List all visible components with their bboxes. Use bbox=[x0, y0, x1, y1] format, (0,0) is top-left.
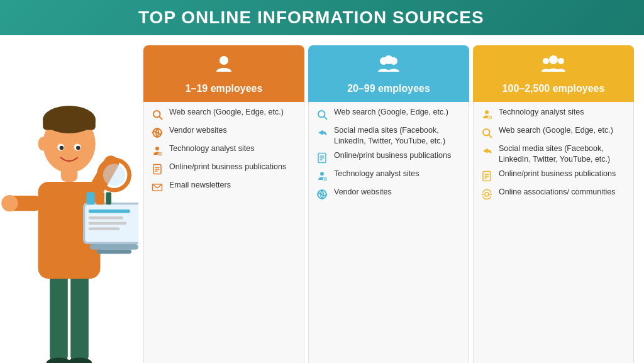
main-content: 1–19 employees 20–99 employees bbox=[0, 35, 644, 363]
svg-point-56 bbox=[320, 172, 324, 176]
col1-item-5: Email newsletters bbox=[150, 180, 297, 194]
col2-item-5: Vendor websites bbox=[315, 187, 462, 201]
col2-item1-text: Web search (Google, Edge, etc.) bbox=[334, 107, 462, 118]
svg-rect-19 bbox=[89, 209, 130, 213]
col2-icon bbox=[377, 54, 400, 79]
col2-item-1: Web search (Google, Edge, etc.) bbox=[315, 107, 462, 121]
search-icon-3 bbox=[480, 126, 494, 140]
svg-rect-57 bbox=[323, 177, 327, 181]
col1-icon bbox=[214, 54, 234, 79]
analyst-icon-2 bbox=[315, 169, 329, 183]
header: TOP ONLINE INFORMATION SOURCES bbox=[0, 0, 644, 35]
svg-line-51 bbox=[324, 117, 326, 120]
col2-item-4: Technology analyst sites bbox=[315, 169, 462, 183]
col2-item-3: Online/print business publications bbox=[315, 150, 462, 165]
col1-item1-text: Web search (Google, Edge, etc.) bbox=[169, 107, 297, 118]
col1-body: Web search (Google, Edge, etc.) Vendor w… bbox=[143, 102, 304, 363]
analyst-icon-1 bbox=[150, 144, 164, 158]
col3-item4-text: Online/print business publications bbox=[499, 169, 627, 179]
svg-rect-42 bbox=[158, 152, 162, 155]
svg-rect-0 bbox=[50, 272, 68, 362]
columns-headers: 1–19 employees 20–99 employees bbox=[143, 45, 634, 102]
col1-item-2: Vendor websites bbox=[150, 125, 297, 140]
document-icon-1 bbox=[150, 162, 164, 176]
search-icon-2 bbox=[315, 108, 329, 121]
col3-item3-text: Social media sites (Facebook, LinkedIn, … bbox=[499, 143, 627, 165]
columns-bodies: Web search (Google, Edge, etc.) Vendor w… bbox=[143, 102, 634, 363]
col2-body: Web search (Google, Edge, etc.) Social m… bbox=[308, 102, 469, 363]
svg-point-36 bbox=[558, 58, 564, 64]
svg-point-35 bbox=[543, 58, 549, 64]
svg-rect-24 bbox=[97, 250, 131, 254]
share-icon-2 bbox=[315, 126, 329, 140]
svg-rect-29 bbox=[96, 193, 104, 205]
person-illustration bbox=[0, 35, 138, 363]
email-icon-1 bbox=[150, 181, 164, 194]
col2-item-2: Social media sites (Facebook, LinkedIn, … bbox=[315, 125, 462, 147]
svg-line-66 bbox=[489, 135, 491, 138]
illustration-area bbox=[0, 35, 138, 363]
col3-body: Technology analyst sites Web search (Goo… bbox=[473, 102, 634, 363]
col2-item3-text: Online/print business publications bbox=[334, 150, 462, 161]
globe-icon-1 bbox=[150, 126, 164, 140]
col1-item-1: Web search (Google, Edge, etc.) bbox=[150, 107, 297, 121]
document-icon-2 bbox=[315, 151, 329, 165]
svg-line-39 bbox=[159, 117, 162, 120]
col2-item2-text: Social media sites (Facebook, LinkedIn, … bbox=[334, 125, 462, 147]
svg-point-26 bbox=[103, 164, 125, 186]
col3-item-2: Web search (Google, Edge, etc.) bbox=[480, 125, 627, 140]
page-container: TOP ONLINE INFORMATION SOURCES bbox=[0, 0, 644, 363]
svg-rect-20 bbox=[89, 216, 123, 219]
col-header-1: 1–19 employees bbox=[143, 45, 304, 102]
svg-rect-23 bbox=[90, 244, 138, 250]
svg-point-3 bbox=[67, 357, 92, 363]
col-header-3: 100–2,500 employees bbox=[473, 45, 634, 102]
svg-rect-22 bbox=[89, 228, 120, 230]
analyst-icon-3 bbox=[480, 108, 494, 121]
svg-rect-30 bbox=[106, 193, 111, 205]
globe-icon-2 bbox=[315, 187, 329, 201]
svg-point-16 bbox=[76, 146, 80, 150]
col3-item-1: Technology analyst sites bbox=[480, 107, 627, 121]
svg-point-41 bbox=[155, 147, 159, 150]
svg-rect-1 bbox=[70, 272, 89, 362]
col1-item2-text: Vendor websites bbox=[169, 125, 297, 136]
svg-point-34 bbox=[384, 55, 393, 64]
col1-item-4: Online/print business publications bbox=[150, 162, 297, 176]
col1-item3-text: Technology analyst sites bbox=[169, 143, 297, 154]
page-title: TOP ONLINE INFORMATION SOURCES bbox=[138, 8, 484, 28]
col1-item4-text: Online/print business publications bbox=[169, 162, 297, 172]
svg-point-31 bbox=[219, 56, 228, 65]
table-area: 1–19 employees 20–99 employees bbox=[138, 35, 644, 363]
svg-rect-62 bbox=[488, 116, 492, 119]
share-icon-3 bbox=[480, 144, 494, 158]
svg-point-71 bbox=[485, 193, 489, 196]
col1-item-3: Technology analyst sites bbox=[150, 143, 297, 158]
svg-rect-21 bbox=[89, 222, 127, 225]
community-icon-3 bbox=[480, 187, 494, 201]
col3-icon bbox=[541, 54, 566, 79]
svg-point-15 bbox=[60, 146, 64, 150]
col3-item-4: Online/print business publications bbox=[480, 169, 627, 183]
col1-label: 1–19 employees bbox=[186, 82, 263, 94]
col1-item5-text: Email newsletters bbox=[169, 180, 297, 191]
document-icon-3 bbox=[480, 169, 494, 183]
search-icon-1 bbox=[150, 108, 164, 121]
col2-label: 20–99 employees bbox=[347, 82, 430, 94]
col3-item2-text: Web search (Google, Edge, etc.) bbox=[499, 125, 627, 136]
col3-label: 100–2,500 employees bbox=[502, 82, 605, 94]
svg-point-61 bbox=[485, 110, 489, 114]
col2-item4-text: Technology analyst sites bbox=[334, 169, 462, 179]
svg-point-12 bbox=[38, 137, 48, 151]
col-header-2: 20–99 employees bbox=[308, 45, 469, 102]
svg-point-37 bbox=[549, 55, 558, 64]
col3-item-3: Social media sites (Facebook, LinkedIn, … bbox=[480, 143, 627, 165]
col2-item5-text: Vendor websites bbox=[334, 187, 462, 198]
svg-point-7 bbox=[1, 195, 18, 211]
col3-item1-text: Technology analyst sites bbox=[499, 107, 627, 118]
col3-item-5: Online associations/ communities bbox=[480, 187, 627, 201]
col3-item5-text: Online associations/ communities bbox=[499, 187, 627, 198]
svg-rect-28 bbox=[87, 193, 95, 205]
svg-rect-11 bbox=[43, 116, 96, 130]
